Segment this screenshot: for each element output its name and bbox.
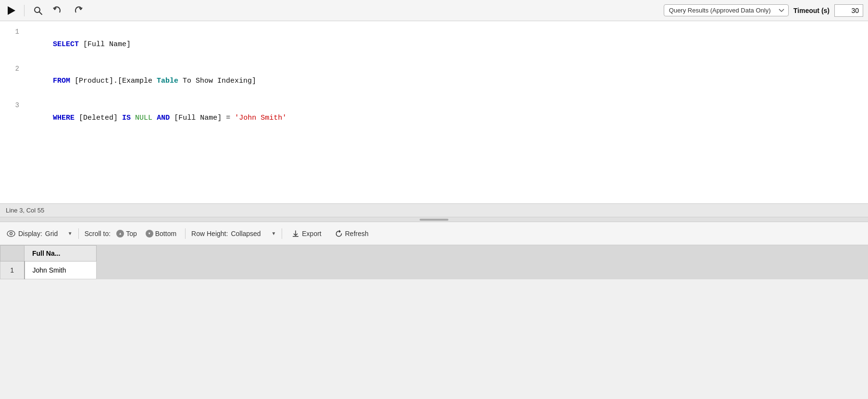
undo-button[interactable] <box>50 3 66 18</box>
row-height-dropdown-arrow: ▼ <box>271 231 276 236</box>
display-label: Display: <box>18 230 42 237</box>
table-header-row: Full Na... <box>0 246 97 262</box>
refresh-label: Refresh <box>345 230 369 237</box>
display-select[interactable]: Grid List <box>45 230 68 237</box>
export-label: Export <box>302 230 321 237</box>
line-number-1: 1 <box>6 26 19 38</box>
svg-point-2 <box>7 231 15 237</box>
code-content-1: SELECT [Full Name] <box>27 26 131 63</box>
keyword-select: SELECT <box>53 40 79 49</box>
editor-status-bar: Line 3, Col 55 <box>0 204 868 217</box>
keyword-from: FROM <box>53 77 70 85</box>
results-area[interactable]: Full Na... 1 John Smith <box>0 245 868 279</box>
redo-button[interactable] <box>70 3 86 18</box>
keyword-table: Table <box>157 77 178 85</box>
scroll-top-icon <box>116 230 124 237</box>
timeout-input[interactable] <box>834 4 863 17</box>
code-line-1: 1 SELECT [Full Name] <box>0 26 868 63</box>
toolbar-divider-1 <box>24 5 25 16</box>
refresh-icon <box>335 230 343 237</box>
undo-icon <box>52 5 63 16</box>
scroll-top-button[interactable]: Top <box>113 229 140 238</box>
keyword-is: IS <box>122 114 131 122</box>
row-height-select[interactable]: Collapsed Expanded <box>231 230 271 237</box>
cursor-position: Line 3, Col 55 <box>6 207 44 214</box>
results-table: Full Na... 1 John Smith <box>0 245 97 279</box>
timeout-label: Timeout (s) <box>794 7 830 14</box>
row-height-group: Row Height: Collapsed Expanded ▼ <box>191 230 276 237</box>
code-content-2: FROM [Product].[Example Table To Show In… <box>27 63 256 100</box>
refresh-button[interactable]: Refresh <box>331 228 372 239</box>
table-row: 1 John Smith <box>0 262 97 279</box>
results-divider-3 <box>282 228 282 239</box>
keyword-where: WHERE <box>53 114 74 122</box>
display-dropdown-arrow: ▼ <box>68 231 73 236</box>
scroll-bottom-icon <box>146 230 153 237</box>
resize-handle-bar <box>420 219 448 221</box>
scroll-top-label: Top <box>126 230 137 237</box>
query-mode-select[interactable]: Query Results (Approved Data Only) Query… <box>664 4 789 16</box>
export-icon <box>292 230 299 237</box>
redo-icon <box>73 5 83 16</box>
scroll-to-label: Scroll to: <box>85 230 111 237</box>
scroll-bottom-label: Bottom <box>155 230 176 237</box>
code-line-2: 2 FROM [Product].[Example Table To Show … <box>0 63 868 100</box>
scroll-group: Scroll to: Top Bottom <box>85 229 179 238</box>
select-fields: [Full Name] <box>79 40 131 49</box>
row-height-select-wrapper: Collapsed Expanded ▼ <box>231 230 276 237</box>
row-number-header <box>0 246 25 262</box>
run-icon <box>8 6 15 15</box>
string-john-smith: 'John Smith' <box>235 114 286 122</box>
sql-editor[interactable]: 1 SELECT [Full Name] 2 FROM [Product].[E… <box>0 21 868 204</box>
results-toolbar: Display: Grid List ▼ Scroll to: Top Bott… <box>0 222 868 245</box>
line-number-2: 2 <box>6 63 19 75</box>
code-content-3: WHERE [Deleted] IS NULL AND [Full Name] … <box>27 100 286 137</box>
display-select-wrapper: Grid List ▼ <box>45 230 73 237</box>
main-toolbar: Query Results (Approved Data Only) Query… <box>0 0 868 21</box>
code-line-3: 3 WHERE [Deleted] IS NULL AND [Full Name… <box>0 100 868 137</box>
svg-line-1 <box>39 12 42 14</box>
search-icon <box>33 6 43 15</box>
scroll-bottom-button[interactable]: Bottom <box>143 229 179 238</box>
toolbar-right: Query Results (Approved Data Only) Query… <box>664 4 863 17</box>
from-table-1: [Product].[Example <box>70 77 157 85</box>
cell-fullname-1: John Smith <box>25 262 97 279</box>
export-button[interactable]: Export <box>288 228 325 239</box>
eye-icon <box>7 230 15 237</box>
run-button[interactable] <box>5 4 18 17</box>
row-height-label: Row Height: <box>191 230 228 237</box>
keyword-and: AND <box>157 114 170 122</box>
search-button[interactable] <box>30 4 46 17</box>
row-number-1: 1 <box>0 262 25 279</box>
column-header-fullname[interactable]: Full Na... <box>25 246 97 262</box>
keyword-null: NULL <box>135 114 152 122</box>
results-divider-2 <box>185 228 186 239</box>
display-group: Display: Grid List ▼ <box>7 230 73 237</box>
line-number-3: 3 <box>6 100 19 112</box>
resize-handle[interactable] <box>0 217 868 222</box>
svg-point-3 <box>10 232 12 235</box>
results-divider-1 <box>78 228 79 239</box>
from-table-2: To Show Indexing] <box>178 77 256 85</box>
svg-rect-4 <box>293 236 298 237</box>
